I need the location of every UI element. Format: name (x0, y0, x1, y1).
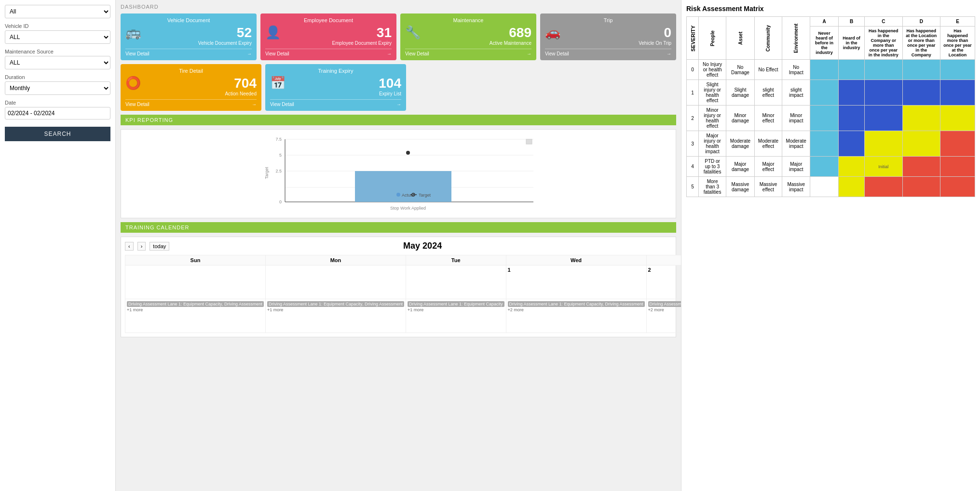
people-0: No Injury or health effect (699, 60, 726, 80)
cell-0-c (865, 60, 902, 80)
duration-select[interactable]: Monthly Weekly Yearly (5, 81, 110, 95)
employee-document-subtitle: Employee Document Expiry (332, 40, 392, 46)
calendar-event[interactable]: Driving Assessment Lane 1: Equipment Cap… (408, 301, 504, 307)
kpi-header: KPI REPORTING (121, 115, 676, 125)
severity-1: 1 (687, 80, 699, 106)
calendar-event[interactable]: Driving Assessment Lane 1: Equipment Cap… (127, 301, 264, 307)
training-expiry-footer[interactable]: View Detail → (270, 99, 401, 107)
cal-cell: Driving Assessment Lane 1: Equipment Cap… (265, 299, 406, 333)
trip-card: Trip 🚗 0 Vehicle On Trip View Detail → (540, 13, 676, 60)
risk-matrix-table: SEVERITY People Asset Community Environm… (686, 16, 975, 197)
col-d-desc: Has happened at the Location or more tha… (902, 27, 940, 60)
maintenance-source-select[interactable]: ALL (5, 56, 110, 69)
cell-1-e (940, 80, 975, 106)
vehicle-document-number: 52 (198, 25, 252, 40)
cell-3-a (810, 131, 839, 157)
cell-3-b (839, 131, 865, 157)
maintenance-source-label: Maintenance Source (5, 49, 110, 54)
cell-5-e (940, 177, 975, 197)
calendar-grid: Sun Mon Tue Wed Thu 1 2 (125, 255, 681, 333)
cell-1-a (810, 80, 839, 106)
matrix-row-0: 0 No Injury or health effect No Damage N… (687, 60, 975, 80)
col-e-header: E (940, 17, 975, 27)
matrix-row-4: 4 PTD or up to 3 fatalities Major damage… (687, 157, 975, 177)
cal-cell: Driving Assessment Lane 1: Equipment Cap… (125, 299, 266, 333)
cal-more[interactable]: +1 more (408, 307, 504, 312)
tire-detail-footer[interactable]: View Detail → (125, 99, 257, 107)
svg-text:5: 5 (279, 153, 282, 158)
cell-2-c (865, 106, 902, 131)
cal-cell: Driving Assessment Lane 1: Equipment Cap… (646, 299, 681, 333)
vehicle-id-label: Vehicle ID (5, 23, 110, 29)
vehicle-document-footer[interactable]: View Detail → (125, 49, 252, 56)
maintenance-subtitle: Active Maintenance (490, 40, 531, 46)
calendar-prev-button[interactable]: ‹ (125, 242, 134, 251)
cell-3-d (902, 131, 940, 157)
severity-3: 3 (687, 131, 699, 157)
tire-icon: ⭕ (125, 76, 141, 91)
severity-header: SEVERITY (687, 17, 699, 60)
calendar-event[interactable]: Driving Assessment Lane 1: Equipment Cap… (508, 301, 645, 307)
calendar-today-button[interactable]: today (150, 242, 169, 251)
cell-2-d (902, 106, 940, 131)
cell-4-b (839, 157, 865, 177)
cal-more[interactable]: +1 more (267, 307, 404, 312)
community-2: Minor effect (754, 106, 782, 131)
second-cards-row: Tire Detail ⭕ 704 Action Needed View Det… (121, 64, 676, 111)
tire-detail-subtitle: Action Needed (225, 91, 257, 96)
col-a-desc: Never heard of before in the industry (810, 27, 839, 60)
cell-3-c (865, 131, 902, 157)
employee-document-title: Employee Document (265, 17, 392, 23)
community-header: Community (754, 17, 782, 60)
vehicle-id-select[interactable]: ALL (5, 30, 110, 44)
training-expiry-title: Training Expiry (270, 68, 401, 74)
cal-cell (265, 265, 406, 299)
kpi-chart: 7.5 5 2.5 0 Stop Work Applied Target Act… (126, 134, 671, 212)
search-button[interactable]: SEARCH (5, 127, 110, 141)
trip-number: 0 (639, 25, 671, 40)
col-tue: Tue (406, 255, 506, 265)
asset-3: Moderate damage (726, 131, 755, 157)
cell-4-c: Initial (865, 157, 902, 177)
cal-more[interactable]: +1 more (127, 307, 264, 312)
cal-more[interactable]: +2 more (648, 307, 681, 312)
calendar-event[interactable]: Driving Assessment Lane 1: Equipment Cap… (648, 301, 681, 307)
calendar-event[interactable]: Driving Assessment Lane 1: Equipment Cap… (267, 301, 404, 307)
vehicle-doc-icon: 🚌 (125, 25, 141, 40)
sidebar: All Vehicle ID ALL Maintenance Source AL… (0, 0, 116, 491)
col-b-header: B (839, 17, 865, 27)
cell-4-e (940, 157, 975, 177)
calendar-next-button[interactable]: › (137, 242, 146, 251)
employee-document-card: Employee Document 👤 31 Employee Document… (260, 13, 396, 60)
training-expiry-subtitle: Expiry List (379, 91, 401, 96)
maintenance-card: Maintenance 🔧 689 Active Maintenance Vie… (400, 13, 536, 60)
employee-document-footer[interactable]: View Detail → (265, 49, 392, 56)
maintenance-icon: 🔧 (405, 25, 421, 40)
maintenance-footer[interactable]: View Detail → (405, 49, 531, 56)
tire-detail-title: Tire Detail (125, 68, 257, 74)
date-input[interactable] (5, 107, 110, 119)
col-c-header: C (865, 17, 902, 27)
cal-more[interactable]: +2 more (508, 307, 645, 312)
cell-0-a (810, 60, 839, 80)
tire-detail-card: Tire Detail ⭕ 704 Action Needed View Det… (121, 64, 261, 111)
asset-2: Minor damage (726, 106, 755, 131)
community-1: slight effect (754, 80, 782, 106)
matrix-row-3: 3 Major injury or health impact Moderate… (687, 131, 975, 157)
trip-footer[interactable]: View Detail → (545, 49, 671, 56)
cell-5-b (839, 177, 865, 197)
employee-doc-icon: 👤 (265, 25, 281, 40)
dashboard-title: DASHBOARD (121, 2, 676, 13)
svg-text:7.5: 7.5 (275, 137, 282, 142)
people-5: More than 3 fatalities (699, 177, 726, 197)
calendar-box: ‹ › today May 2024 Sun Mon Tue Wed Thu (121, 237, 676, 337)
col-sun: Sun (125, 255, 266, 265)
community-0: No Effect (754, 60, 782, 80)
all-select[interactable]: All (5, 5, 110, 18)
cell-0-b (839, 60, 865, 80)
trip-title: Trip (545, 17, 671, 23)
matrix-title: Risk Assessment Matrix (686, 5, 975, 13)
severity-0: 0 (687, 60, 699, 80)
severity-5: 5 (687, 177, 699, 197)
training-expiry-card: Training Expiry 📅 104 Expiry List View D… (265, 64, 406, 111)
